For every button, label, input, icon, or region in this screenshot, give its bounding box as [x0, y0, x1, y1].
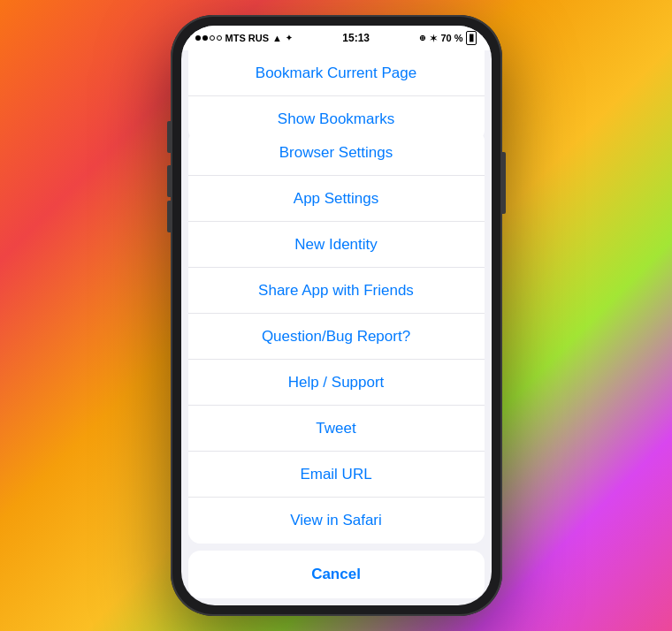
menu-list: Browser Settings App Settings New Identi…: [188, 130, 485, 544]
signal-icon: [195, 35, 222, 41]
menu-item-email-url[interactable]: Email URL: [188, 452, 485, 498]
menu-item-new-identity[interactable]: New Identity: [188, 222, 485, 268]
bluetooth-icon: ✶: [430, 34, 437, 43]
menu-item-label: Question/Bug Report?: [262, 328, 410, 346]
menu-item-label: New Identity: [294, 236, 378, 254]
wifi-icon: ▲: [272, 33, 282, 43]
signal-strength-icon: ✦: [286, 34, 293, 42]
status-bar: MTS RUS ▲ ✦ 15:13 ⊕ ✶ 70 % ▮: [181, 26, 492, 50]
clock: 15:13: [342, 32, 370, 44]
menu-item-app-settings[interactable]: App Settings: [188, 176, 485, 222]
battery-icon: ▮: [466, 31, 477, 44]
carrier-label: MTS RUS: [225, 33, 270, 43]
menu-item-label: Tweet: [316, 420, 355, 437]
menu-item-label: Help / Support: [288, 374, 385, 392]
menu-item-label: View in Safari: [290, 512, 382, 529]
menu-item-browser-settings[interactable]: Browser Settings: [188, 130, 485, 176]
cancel-label: Cancel: [311, 566, 361, 583]
cancel-button[interactable]: Cancel: [188, 551, 485, 598]
status-left: MTS RUS ▲ ✦: [195, 33, 293, 43]
satellite-icon: ⊕: [419, 34, 426, 42]
menu-item-label: Email URL: [300, 466, 371, 483]
menu-item-share-app[interactable]: Share App with Friends: [188, 268, 485, 314]
action-sheet-container: Browser Settings App Settings New Identi…: [181, 50, 492, 605]
menu-item-view-safari[interactable]: View in Safari: [188, 498, 485, 544]
menu-item-label: Browser Settings: [279, 144, 393, 162]
phone-screen: MTS RUS ▲ ✦ 15:13 ⊕ ✶ 70 % ▮ Bookmark Cu…: [181, 26, 492, 605]
action-sheet: Browser Settings App Settings New Identi…: [181, 130, 492, 605]
menu-item-label: Share App with Friends: [258, 282, 414, 300]
phone-frame: MTS RUS ▲ ✦ 15:13 ⊕ ✶ 70 % ▮ Bookmark Cu…: [171, 15, 502, 616]
menu-item-tweet[interactable]: Tweet: [188, 406, 485, 452]
menu-item-bug-report[interactable]: Question/Bug Report?: [188, 314, 485, 360]
menu-item-help-support[interactable]: Help / Support: [188, 360, 485, 406]
menu-item-label: App Settings: [294, 190, 378, 208]
battery-label: 70 %: [440, 33, 462, 43]
status-right: ⊕ ✶ 70 % ▮: [419, 31, 477, 44]
